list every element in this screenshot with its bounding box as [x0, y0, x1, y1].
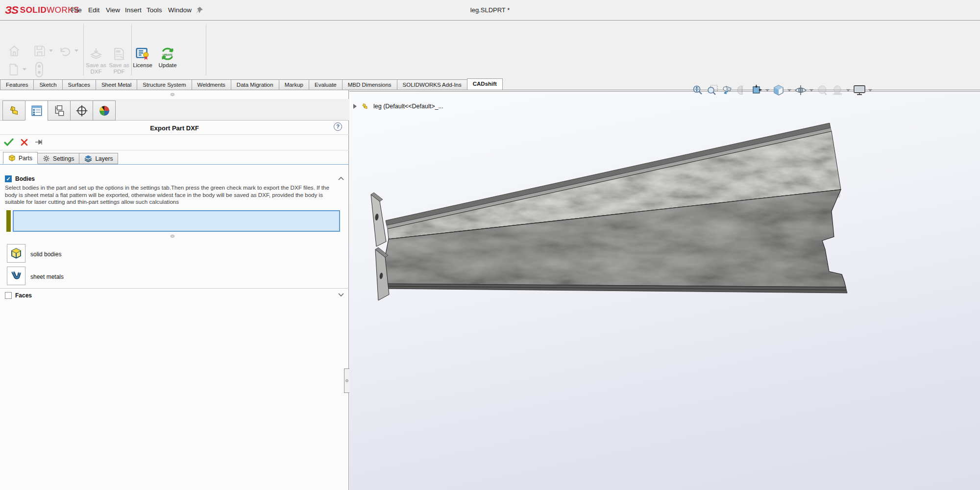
tab-evaluate[interactable]: Evaluate — [309, 79, 343, 90]
update-button[interactable]: UPDATE Update — [153, 46, 182, 69]
divider — [0, 134, 349, 135]
model-leg-3d[interactable] — [349, 92, 980, 490]
update-label: Update — [153, 62, 182, 69]
subtab-layers[interactable]: Layers — [79, 153, 118, 164]
save-icon[interactable] — [33, 45, 46, 57]
tab-sheet-metal[interactable]: Sheet Metal — [96, 79, 137, 90]
tab-features[interactable]: Features — [0, 79, 34, 90]
tab-sketch[interactable]: Sketch — [33, 79, 62, 90]
update-icon: UPDATE — [153, 46, 182, 62]
settings-gear-icon — [43, 155, 50, 162]
bodies-selection-listbox[interactable] — [13, 210, 340, 232]
subtab-settings[interactable]: Settings — [37, 153, 79, 164]
selection-capsule-icon[interactable] — [34, 61, 44, 78]
part-icon — [8, 104, 21, 117]
manager-tab-strip — [0, 99, 349, 121]
solid-bodies-label: solid bodies — [30, 251, 61, 258]
tab-property-manager[interactable] — [25, 100, 48, 121]
menu-bar: ЗS SOLIDWORKS File Edit View Insert Tool… — [0, 0, 980, 21]
solid-bodies-icon — [10, 247, 22, 259]
sheet-metals-icon — [10, 270, 22, 282]
faces-expand-chevron[interactable] — [338, 293, 344, 297]
selection-box-resize-handle[interactable] — [171, 235, 174, 238]
splitter-dot — [345, 379, 348, 382]
bodies-description: Select bodies in the part and set up the… — [5, 184, 338, 206]
faces-checkbox[interactable] — [5, 292, 12, 299]
configuration-icon — [53, 104, 66, 117]
menu-view[interactable]: View — [103, 0, 123, 21]
property-manager-icon — [30, 104, 43, 117]
dropdown-arrow-icon[interactable] — [868, 89, 872, 92]
ok-check-icon[interactable] — [4, 138, 14, 147]
tab-data-migration[interactable]: Data Migration — [231, 79, 279, 90]
subtab-parts[interactable]: Parts — [3, 152, 38, 164]
bodies-label: Bodies — [15, 175, 35, 182]
save-as-pdf-label-2: PDF — [104, 69, 134, 75]
graphics-viewport[interactable]: leg (Default<<Default>_... — [349, 91, 980, 490]
solidworks-logo-mark: ЗS — [5, 4, 18, 17]
menu-edit[interactable]: Edit — [85, 0, 102, 21]
dimxpert-target-icon — [75, 104, 88, 117]
panel-splitter-handle[interactable] — [344, 368, 349, 393]
faces-group-header: Faces — [5, 292, 32, 299]
divider — [0, 150, 349, 150]
tab-structure-system[interactable]: Structure System — [137, 79, 192, 90]
bodies-group-header: ✓ Bodies — [5, 175, 35, 182]
undo-dropdown-icon[interactable] — [74, 49, 78, 52]
help-icon[interactable]: ? — [334, 122, 342, 131]
pin-icon[interactable] — [35, 139, 45, 146]
faces-label: Faces — [15, 292, 32, 299]
new-document-icon[interactable] — [8, 63, 20, 76]
subtab-layers-label: Layers — [95, 155, 113, 162]
tab-configuration-manager[interactable] — [48, 100, 71, 121]
dropdown-arrow-icon[interactable] — [787, 89, 791, 92]
property-manager-panel: Export Part DXF ? Parts Settings — [0, 90, 349, 490]
menu-file[interactable]: File — [68, 0, 85, 21]
tab-weldments[interactable]: Weldments — [192, 79, 231, 90]
property-manager-actions — [4, 136, 45, 148]
dropdown-arrow-icon[interactable] — [765, 89, 769, 92]
cancel-x-icon[interactable] — [21, 139, 28, 146]
parts-cube-icon — [8, 154, 16, 162]
tab-dimxpert-manager[interactable] — [70, 100, 93, 121]
subtab-settings-label: Settings — [53, 155, 74, 162]
tab-display-manager[interactable] — [93, 100, 116, 121]
dropdown-arrow-icon[interactable] — [809, 89, 813, 92]
bodies-checkbox[interactable]: ✓ — [5, 175, 12, 182]
tab-markup[interactable]: Markup — [279, 79, 309, 90]
tab-solidworks-addins[interactable]: SOLIDWORKS Add-Ins — [397, 79, 467, 90]
menu-window[interactable]: Window — [165, 0, 195, 21]
export-sub-tabs: Parts Settings Layers — [3, 152, 118, 164]
logo-solid: SOLID — [20, 5, 47, 15]
update-badge: UPDATE — [153, 52, 182, 58]
undo-icon[interactable] — [58, 45, 71, 57]
menu-pin-icon[interactable] — [195, 6, 204, 15]
bodies-collapse-chevron[interactable] — [338, 176, 344, 180]
divider — [0, 288, 349, 289]
layers-icon — [84, 155, 92, 162]
toolbar-separator — [206, 24, 206, 75]
save-dropdown-icon[interactable] — [49, 49, 53, 52]
property-manager-title: Export Part DXF — [0, 124, 349, 132]
menu-tools[interactable]: Tools — [144, 0, 165, 21]
sheet-metals-button[interactable] — [7, 267, 25, 285]
tab-mbd-dimensions[interactable]: MBD Dimensions — [342, 79, 397, 90]
display-manager-icon — [98, 104, 111, 117]
menu-insert[interactable]: Insert — [122, 0, 145, 21]
panel-drag-handle[interactable] — [171, 93, 174, 96]
tab-feature-manager[interactable] — [2, 100, 25, 121]
selection-active-marker — [6, 210, 11, 232]
home-icon[interactable] — [8, 45, 21, 57]
tab-cadshift[interactable]: CADshift — [467, 78, 503, 90]
dropdown-arrow-icon[interactable] — [846, 89, 850, 92]
solid-bodies-button[interactable] — [7, 244, 25, 263]
tab-surfaces[interactable]: Surfaces — [62, 79, 96, 90]
model-upper-bracket[interactable] — [371, 195, 386, 246]
subtab-underline — [0, 164, 349, 165]
sheet-metals-label: sheet metals — [30, 273, 64, 280]
subtab-parts-label: Parts — [19, 155, 32, 162]
new-document-dropdown-icon[interactable] — [23, 68, 26, 71]
main-toolbar: Save as DXF Save as PDF License UPDATE — [0, 21, 980, 79]
